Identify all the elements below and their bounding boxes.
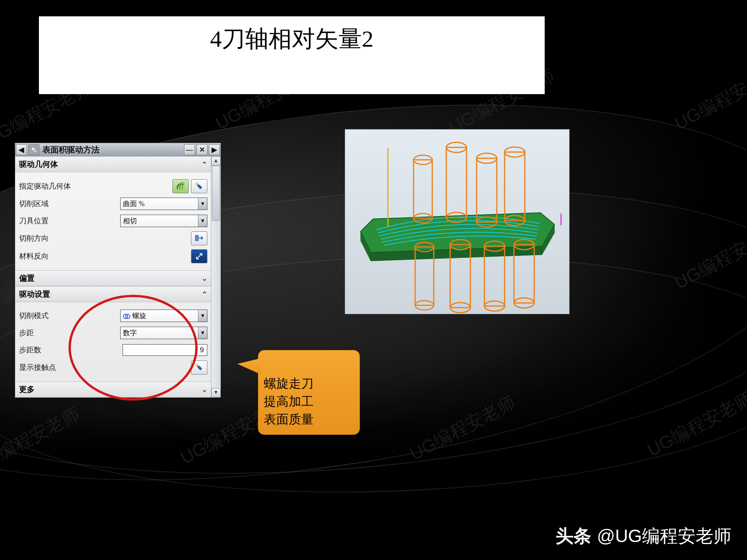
material-reverse-label: 材料反向 (19, 251, 97, 261)
swap-arrows-icon (195, 252, 203, 261)
scroll-thumb[interactable] (212, 166, 220, 221)
cut-region-select[interactable]: 曲面 % ▼ (120, 198, 207, 210)
footer-handle: @UG编程安老师 (597, 524, 731, 548)
dialog-title: 表面积驱动方法 (40, 144, 183, 155)
chevron-up-icon: ⌃ (202, 290, 207, 299)
svg-point-34 (196, 364, 198, 366)
callout-bubble: 螺旋走刀 提高加工 表面质量 (258, 350, 360, 435)
mesh-surface-icon (176, 182, 185, 190)
step-value: 数字 (123, 328, 137, 338)
slide-title: 4刀轴相对矢量2 (39, 16, 545, 55)
cut-direction-label: 切削方向 (19, 233, 97, 243)
section-more-label: 更多 (19, 384, 35, 395)
svg-rect-12 (477, 158, 497, 222)
flashlight-icon (195, 182, 203, 191)
section-offset-label: 偏置 (19, 273, 35, 284)
prev-icon[interactable]: ◀ (16, 144, 27, 155)
cut-mode-label: 切削模式 (19, 311, 97, 321)
svg-point-31 (196, 183, 198, 185)
tool-position-select[interactable]: 相切 ▼ (120, 215, 207, 227)
surface-drive-method-dialog: ◀ ↖ 表面积驱动方法 — ✕ ▶ 驱动几何体 ⌃ 指定驱动几何体 (15, 143, 221, 398)
chevron-up-icon: ⌃ (202, 160, 207, 169)
tool-position-value: 相切 (123, 216, 137, 226)
dialog-scrollbar[interactable]: ▲ ▼ (211, 156, 221, 397)
slide-title-banner: 4刀轴相对矢量2 (39, 16, 545, 94)
step-count-input[interactable]: 9 (123, 344, 207, 356)
section-more-header[interactable]: 更多 ⌄ (15, 382, 211, 397)
section-drive-geometry-header[interactable]: 驱动几何体 ⌃ (15, 156, 211, 172)
direction-arrow-icon (194, 234, 204, 243)
callout-text: 螺旋走刀 提高加工 表面质量 (264, 376, 314, 426)
section-drive-geometry-label: 驱动几何体 (19, 159, 58, 170)
cut-mode-select[interactable]: 螺旋 ▼ (120, 310, 207, 322)
chevron-down-icon: ⌄ (202, 274, 207, 283)
step-label: 步距 (19, 328, 97, 338)
footer-brand: 头条 (556, 524, 591, 548)
dialog-titlebar[interactable]: ◀ ↖ 表面积驱动方法 — ✕ ▶ (15, 143, 221, 156)
scroll-up-icon[interactable]: ▲ (211, 156, 221, 166)
chevron-down-icon: ▼ (198, 198, 207, 210)
pointer-icon[interactable]: ↖ (28, 144, 39, 155)
step-count-value: 9 (200, 346, 204, 354)
minimize-button[interactable]: — (184, 144, 195, 155)
chevron-down-icon: ▼ (198, 215, 207, 227)
chevron-down-icon: ⌄ (202, 385, 207, 394)
chevron-down-icon: ▼ (198, 310, 207, 322)
show-contact-button[interactable] (191, 360, 207, 374)
cut-mode-value: 螺旋 (132, 311, 146, 320)
cut-direction-button[interactable] (191, 231, 207, 245)
section-drive-settings-label: 驱动设置 (19, 289, 50, 299)
svg-rect-32 (195, 235, 198, 241)
step-select[interactable]: 数字 ▼ (120, 327, 207, 339)
cam-3d-viewport[interactable] (345, 129, 570, 314)
flashlight-icon (195, 363, 203, 372)
viewport-graphic (345, 130, 569, 314)
spiral-icon (123, 313, 130, 319)
tool-position-label: 刀具位置 (19, 216, 97, 226)
select-geometry-button[interactable] (172, 179, 189, 193)
svg-rect-6 (414, 160, 432, 218)
material-reverse-button[interactable] (191, 249, 207, 263)
close-button[interactable]: ✕ (196, 144, 207, 155)
footer-signature: 头条 @UG编程安老师 (556, 524, 731, 548)
svg-rect-15 (505, 152, 525, 220)
chevron-down-icon: ▼ (198, 327, 207, 339)
svg-rect-9 (446, 147, 466, 217)
step-count-label: 步距数 (19, 345, 97, 355)
specify-drive-geometry-label: 指定驱动几何体 (19, 181, 97, 191)
show-contact-label: 显示接触点 (19, 362, 97, 373)
scroll-down-icon[interactable]: ▼ (211, 388, 221, 397)
cut-region-value: 曲面 % (123, 199, 145, 208)
flashlight-button[interactable] (191, 179, 207, 193)
next-icon[interactable]: ▶ (209, 144, 220, 155)
cut-region-label: 切削区域 (19, 199, 97, 209)
section-offset-header[interactable]: 偏置 ⌄ (15, 270, 211, 286)
section-drive-settings-header[interactable]: 驱动设置 ⌃ (15, 286, 211, 302)
